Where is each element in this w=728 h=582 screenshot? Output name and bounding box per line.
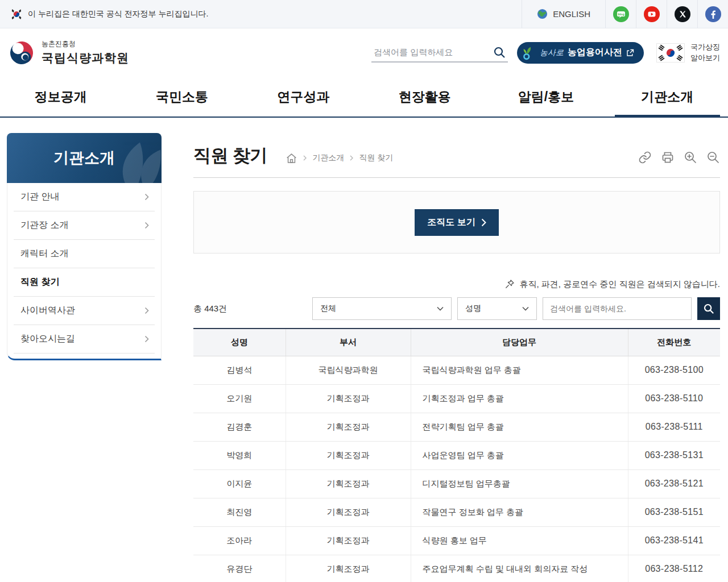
x-twitter-link[interactable] bbox=[667, 0, 697, 28]
sidebar-menu: 기관 안내 기관장 소개 캐릭터 소개 직원 찾기 사이버역사관 bbox=[7, 183, 162, 360]
agri-dictionary-button[interactable]: 농사로 농업용어사전 bbox=[517, 42, 644, 64]
blog-link[interactable]: blog bbox=[605, 0, 636, 28]
sidebar-title: 기관소개 bbox=[7, 133, 162, 183]
title-divider bbox=[193, 177, 720, 178]
language-switch-english[interactable]: ENGLISH bbox=[522, 0, 605, 28]
table-row: 김병석 국립식량과학원 국립식량과학원 업무 총괄 063-238-5100 bbox=[193, 356, 720, 384]
staff-dept: 기획조정과 bbox=[286, 498, 411, 526]
staff-duty: 식량원 홍보 업무 bbox=[411, 526, 628, 555]
staff-phone: 063-238-5141 bbox=[628, 526, 720, 555]
table-row: 유경단 기획조정과 주요업무계획 수립 및 대내외 회의자료 작성 063-23… bbox=[193, 555, 720, 582]
sidebar-item-cyber-history[interactable]: 사이버역사관 bbox=[14, 297, 155, 325]
table-row: 조아라 기획조정과 식량원 홍보 업무 063-238-5141 bbox=[193, 526, 720, 555]
search-exclusion-notice: 휴직, 파견, 공로연수 중인 직원은 검색되지 않습니다. bbox=[193, 278, 720, 290]
staff-name: 김병석 bbox=[193, 356, 286, 384]
staff-name: 박영희 bbox=[193, 441, 286, 469]
national-symbol-line2: 알아보기 bbox=[690, 53, 720, 63]
facebook-link[interactable] bbox=[697, 0, 728, 28]
national-symbol-link[interactable]: 국가상징 알아보기 bbox=[656, 42, 720, 63]
korean-flag-icon bbox=[656, 43, 685, 63]
col-header-name: 성명 bbox=[193, 329, 286, 356]
header-search-input[interactable] bbox=[374, 47, 493, 57]
korea-flag-badge-icon bbox=[10, 8, 23, 20]
zoom-in-button[interactable] bbox=[684, 151, 697, 164]
staff-name: 조아라 bbox=[193, 526, 286, 555]
x-icon bbox=[675, 6, 690, 22]
sidebar-item-about-institute[interactable]: 기관 안내 bbox=[14, 183, 155, 211]
staff-search-input[interactable] bbox=[543, 297, 692, 320]
search-icon bbox=[703, 303, 714, 314]
top-utility-bar: 이 누리집은 대한민국 공식 전자정부 누리집입니다. ENGLISH blog bbox=[0, 0, 728, 28]
page-title: 직원 찾기 bbox=[193, 144, 267, 168]
printer-icon bbox=[661, 157, 675, 166]
breadcrumb-staff-search: 직원 찾기 bbox=[359, 153, 393, 163]
staff-phone: 063-238-5112 bbox=[628, 555, 720, 582]
facebook-icon bbox=[705, 6, 721, 22]
chevron-right-icon bbox=[144, 222, 149, 229]
nav-item-field-application[interactable]: 현장활용 bbox=[364, 77, 485, 117]
staff-phone: 063-238-5121 bbox=[628, 469, 720, 498]
chevron-right-icon bbox=[481, 218, 486, 227]
staff-duty: 전략기획팀 업무 총괄 bbox=[411, 413, 628, 441]
header-search-button[interactable] bbox=[493, 46, 506, 59]
chevron-right-icon bbox=[144, 193, 149, 201]
zoom-out-icon bbox=[706, 157, 720, 166]
staff-name: 김경훈 bbox=[193, 413, 286, 441]
department-select[interactable]: 전체 bbox=[312, 297, 452, 320]
breadcrumb-about[interactable]: 기관소개 bbox=[312, 153, 344, 163]
global-nav: 정보공개 국민소통 연구성과 현장활용 알림/홍보 기관소개 bbox=[0, 77, 728, 118]
table-row: 최진영 기획조정과 작물연구 정보화 업무 총괄 063-238-5151 bbox=[193, 498, 720, 526]
staff-dept: 기획조정과 bbox=[286, 526, 411, 555]
header-search bbox=[371, 43, 508, 63]
home-icon[interactable] bbox=[286, 152, 297, 164]
staff-dept: 기획조정과 bbox=[286, 413, 411, 441]
external-link-icon bbox=[626, 49, 634, 57]
site-logo[interactable]: 농촌진흥청 국립식량과학원 bbox=[8, 39, 129, 66]
site-header: 농촌진흥청 국립식량과학원 농사로 농업용어사전 bbox=[0, 28, 728, 77]
staff-name: 최진영 bbox=[193, 498, 286, 526]
chevron-down-icon bbox=[437, 306, 444, 311]
staff-duty: 사업운영팀 업무 총괄 bbox=[411, 441, 628, 469]
nongsaro-script-label: 농사로 bbox=[540, 48, 564, 58]
staff-phone: 063-238-5110 bbox=[628, 384, 720, 413]
search-field-select[interactable]: 성명 bbox=[457, 297, 537, 320]
col-header-duty: 담당업무 bbox=[411, 329, 628, 356]
breadcrumb: 기관소개 직원 찾기 bbox=[286, 152, 393, 164]
nav-item-public-communication[interactable]: 국민소통 bbox=[121, 77, 242, 117]
sidebar-item-directions[interactable]: 찾아오시는길 bbox=[14, 325, 155, 354]
nav-item-research-results[interactable]: 연구성과 bbox=[243, 77, 364, 117]
search-icon bbox=[493, 52, 506, 60]
staff-dept: 기획조정과 bbox=[286, 384, 411, 413]
staff-duty: 작물연구 정보화 업무 총괄 bbox=[411, 498, 628, 526]
youtube-icon bbox=[644, 6, 660, 22]
table-row: 오기원 기획조정과 기획조정과 업무 총괄 063-238-5110 bbox=[193, 384, 720, 413]
staff-dept: 기획조정과 bbox=[286, 441, 411, 469]
agency-name: 농촌진흥청 bbox=[42, 39, 129, 49]
filter-bar: 총 443건 전체 성명 bbox=[193, 297, 720, 320]
staff-phone: 063-238-5151 bbox=[628, 498, 720, 526]
official-site-notice: 이 누리집은 대한민국 공식 전자정부 누리집입니다. bbox=[28, 9, 208, 19]
sidebar-item-staff-search[interactable]: 직원 찾기 bbox=[14, 268, 155, 297]
nav-item-news-pr[interactable]: 알림/홍보 bbox=[485, 77, 606, 117]
staff-name: 오기원 bbox=[193, 384, 286, 413]
print-button[interactable] bbox=[661, 151, 675, 164]
sidebar-item-director-intro[interactable]: 기관장 소개 bbox=[14, 211, 155, 240]
org-chart-button[interactable]: 조직도 보기 bbox=[415, 209, 498, 236]
sidebar: 기관소개 기관 안내 기관장 소개 캐릭터 소개 직원 찾기 bbox=[7, 133, 162, 360]
zoom-out-button[interactable] bbox=[706, 151, 720, 164]
staff-phone: 063-238-5111 bbox=[628, 413, 720, 441]
staff-dept: 기획조정과 bbox=[286, 555, 411, 582]
staff-name: 이지윤 bbox=[193, 469, 286, 498]
staff-phone: 063-238-5131 bbox=[628, 441, 720, 469]
sidebar-item-character-intro[interactable]: 캐릭터 소개 bbox=[14, 240, 155, 268]
youtube-link[interactable] bbox=[636, 0, 667, 28]
staff-search-button[interactable] bbox=[697, 297, 720, 320]
col-header-dept: 부서 bbox=[286, 329, 411, 356]
staff-dept: 기획조정과 bbox=[286, 469, 411, 498]
nav-item-about[interactable]: 기관소개 bbox=[607, 77, 728, 117]
staff-duty: 주요업무계획 수립 및 대내외 회의자료 작성 bbox=[411, 555, 628, 582]
chevron-right-icon bbox=[144, 307, 149, 314]
total-count: 총 443건 bbox=[193, 304, 227, 314]
nav-item-info-disclosure[interactable]: 정보공개 bbox=[0, 77, 121, 117]
copy-url-button[interactable] bbox=[638, 151, 652, 164]
